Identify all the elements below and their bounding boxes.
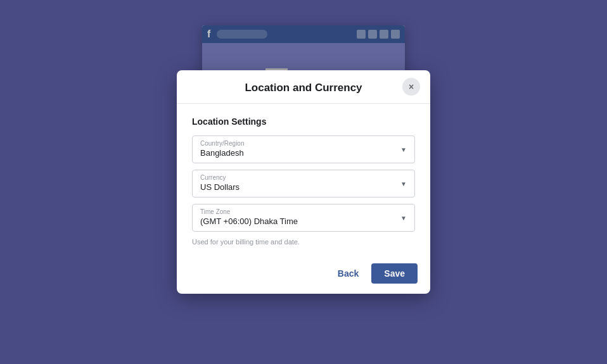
currency-value: US Dollars <box>200 182 407 192</box>
dialog-body: Location Settings Country/Region Banglad… <box>177 104 430 256</box>
timezone-label: Time Zone <box>200 208 407 215</box>
save-button[interactable]: Save <box>371 263 418 284</box>
modal-overlay: Location and Currency × Location Setting… <box>0 0 607 364</box>
currency-field[interactable]: Currency US Dollars ▼ <box>192 170 415 198</box>
currency-arrow: ▼ <box>400 180 407 187</box>
location-currency-dialog: Location and Currency × Location Setting… <box>177 70 430 294</box>
country-region-value: Bangladesh <box>200 148 407 158</box>
close-button[interactable]: × <box>402 78 420 96</box>
country-region-label: Country/Region <box>200 140 407 147</box>
timezone-arrow: ▼ <box>400 215 407 222</box>
dialog-title: Location and Currency <box>245 82 362 94</box>
helper-text: Used for your billing time and date. <box>192 238 415 246</box>
dialog-header: Location and Currency × <box>177 70 430 104</box>
timezone-field[interactable]: Time Zone (GMT +06:00) Dhaka Time ▼ <box>192 204 415 232</box>
section-title: Location Settings <box>192 116 415 127</box>
country-region-field[interactable]: Country/Region Bangladesh ▼ <box>192 135 415 163</box>
currency-label: Currency <box>200 174 407 181</box>
dialog-footer: Back Save <box>177 256 430 294</box>
country-region-arrow: ▼ <box>400 146 407 153</box>
back-button[interactable]: Back <box>331 265 365 282</box>
timezone-value: (GMT +06:00) Dhaka Time <box>200 217 407 226</box>
